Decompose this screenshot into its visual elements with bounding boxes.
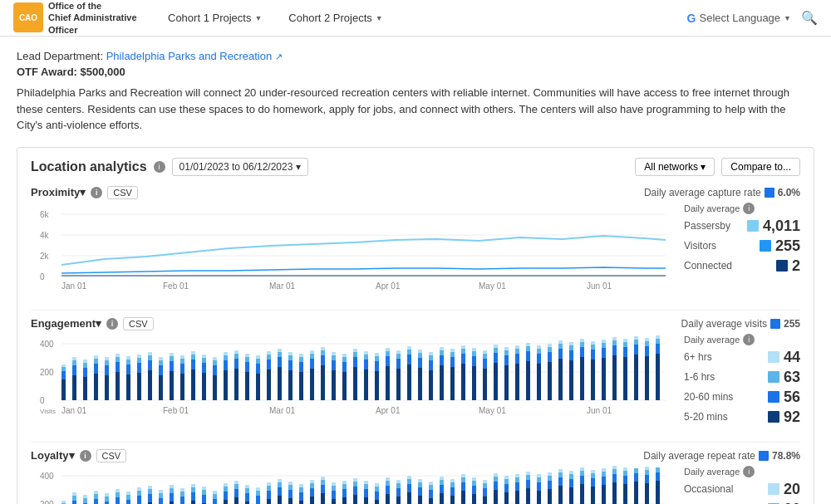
- svg-rect-471: [634, 482, 638, 505]
- svg-rect-93: [245, 354, 249, 357]
- proximity-info-icon[interactable]: i: [91, 187, 102, 198]
- svg-text:400: 400: [40, 340, 54, 349]
- svg-rect-203: [548, 352, 552, 362]
- svg-rect-150: [407, 365, 411, 400]
- search-icon[interactable]: 🔍: [801, 10, 818, 26]
- svg-rect-29: [72, 357, 76, 360]
- svg-rect-130: [353, 367, 357, 400]
- loyalty-header: Loyalty▾ i CSV Daily average repeat rate…: [31, 449, 800, 462]
- svg-rect-325: [234, 484, 238, 489]
- capture-value: 6.0%: [778, 187, 800, 198]
- svg-rect-44: [116, 357, 120, 362]
- google-translate[interactable]: G Select Language ▼: [687, 12, 791, 25]
- svg-rect-388: [407, 484, 411, 492]
- svg-rect-353: [310, 483, 314, 488]
- engagement-title: Engagement▾: [31, 317, 101, 330]
- svg-rect-86: [234, 369, 238, 400]
- svg-rect-212: [569, 345, 573, 350]
- analytics-info-icon[interactable]: i: [154, 161, 165, 173]
- loyalty-sidebar-info-icon[interactable]: i: [743, 466, 755, 477]
- svg-rect-245: [656, 335, 660, 339]
- svg-rect-232: [623, 342, 627, 347]
- svg-rect-462: [602, 468, 606, 472]
- svg-rect-438: [537, 474, 541, 477]
- svg-rect-286: [126, 492, 130, 495]
- svg-rect-332: [256, 496, 260, 504]
- svg-rect-281: [116, 492, 120, 497]
- svg-rect-193: [515, 345, 519, 349]
- svg-rect-427: [515, 491, 519, 505]
- svg-rect-65: [170, 353, 174, 356]
- svg-rect-96: [256, 359, 260, 364]
- proximity-csv-btn[interactable]: CSV: [107, 186, 138, 199]
- svg-rect-382: [386, 477, 390, 481]
- proximity-sidebar-info-icon[interactable]: i: [743, 203, 755, 214]
- svg-text:Jun 01: Jun 01: [587, 406, 612, 415]
- svg-rect-392: [418, 487, 422, 496]
- svg-rect-478: [656, 481, 660, 505]
- svg-rect-201: [537, 345, 541, 349]
- svg-rect-144: [386, 351, 390, 356]
- svg-rect-323: [234, 497, 238, 505]
- svg-rect-35: [94, 364, 98, 374]
- svg-rect-470: [623, 467, 627, 471]
- analytics-title-row: Location analytics i 01/01/2023 to 06/12…: [31, 158, 308, 176]
- capture-label: Daily average capture rate: [644, 187, 761, 198]
- svg-rect-175: [472, 356, 476, 366]
- svg-rect-390: [407, 476, 411, 479]
- compare-btn[interactable]: Compare to...: [721, 158, 800, 176]
- svg-rect-27: [72, 365, 76, 375]
- nav-cohort1[interactable]: Cohort 1 Projects ▼: [161, 0, 268, 37]
- header-right: G Select Language ▼ 🔍: [687, 10, 818, 26]
- svg-rect-329: [245, 488, 249, 493]
- svg-rect-472: [634, 473, 638, 482]
- svg-rect-241: [645, 338, 649, 341]
- visits-label: Daily average visits: [681, 318, 767, 330]
- svg-rect-55: [148, 360, 152, 370]
- engagement-sidebar-info-icon[interactable]: i: [743, 334, 755, 345]
- svg-rect-318: [213, 491, 217, 494]
- engagement-info-icon[interactable]: i: [106, 318, 118, 330]
- svg-rect-288: [137, 496, 141, 504]
- svg-rect-177: [472, 348, 476, 351]
- svg-rect-468: [623, 476, 627, 484]
- engagement-csv-btn[interactable]: CSV: [123, 317, 154, 330]
- svg-rect-309: [191, 487, 195, 492]
- svg-rect-82: [224, 370, 228, 400]
- svg-rect-440: [548, 481, 552, 489]
- svg-rect-147: [396, 359, 401, 369]
- svg-rect-187: [504, 355, 509, 365]
- svg-rect-182: [494, 363, 498, 400]
- loyalty-info-icon[interactable]: i: [80, 450, 91, 462]
- svg-rect-102: [278, 367, 282, 400]
- svg-rect-304: [180, 497, 184, 505]
- nav-cohort2[interactable]: Cohort 2 Projects ▼: [282, 0, 389, 37]
- svg-rect-63: [170, 361, 174, 371]
- svg-rect-316: [213, 499, 217, 505]
- svg-rect-91: [245, 362, 249, 372]
- svg-rect-452: [580, 476, 584, 484]
- svg-rect-88: [234, 354, 238, 359]
- networks-btn[interactable]: All networks ▾: [635, 158, 715, 176]
- loyalty-csv-btn[interactable]: CSV: [96, 449, 127, 462]
- svg-rect-217: [580, 339, 584, 342]
- loyalty-row-0: Occasional 20: [684, 481, 800, 498]
- svg-rect-215: [580, 347, 584, 357]
- engagement-header: Engagement▾ i CSV Daily average visits 2…: [31, 317, 800, 330]
- lead-dept-link[interactable]: Philadelphia Parks and Recreation: [106, 50, 272, 62]
- svg-rect-362: [332, 482, 336, 486]
- svg-rect-76: [202, 358, 206, 363]
- svg-rect-181: [483, 350, 487, 354]
- svg-rect-128: [342, 357, 347, 362]
- date-range-btn[interactable]: 01/01/2023 to 06/12/2023 ▾: [172, 158, 308, 176]
- svg-rect-126: [342, 372, 347, 400]
- svg-rect-67: [180, 364, 184, 374]
- 5-20mins-swatch: [768, 411, 779, 423]
- proximity-title-row: Proximity▾ i CSV: [31, 186, 138, 199]
- proximity-svg: 6k 4k 2k 0: [31, 203, 677, 294]
- svg-rect-176: [472, 351, 476, 356]
- svg-rect-80: [213, 360, 217, 365]
- svg-rect-423: [504, 492, 509, 505]
- external-link-icon: ↗: [275, 51, 283, 61]
- svg-rect-399: [440, 493, 444, 505]
